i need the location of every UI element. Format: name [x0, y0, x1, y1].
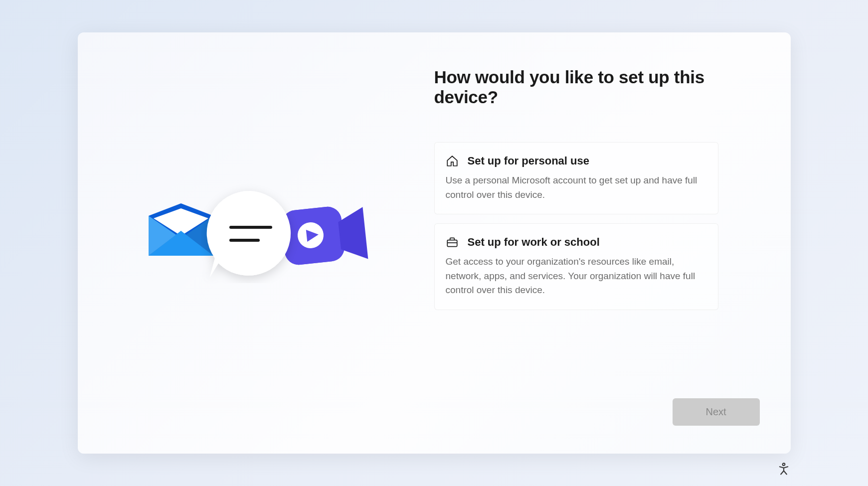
page-title: How would you like to set up this device… [434, 67, 771, 107]
option-header: Set up for work or school [446, 236, 707, 249]
next-button[interactable]: Next [673, 398, 760, 426]
speech-bubble-icon [201, 183, 301, 283]
option-work-school[interactable]: Set up for work or school Get access to … [434, 223, 718, 310]
setup-card: How would you like to set up this device… [78, 32, 791, 454]
option-description: Get access to your organization's resour… [446, 255, 707, 298]
illustration-panel [78, 32, 434, 454]
options-container: Set up for personal use Use a personal M… [434, 142, 718, 310]
accessibility-icon[interactable] [777, 462, 791, 476]
option-description: Use a personal Microsoft account to get … [446, 173, 707, 202]
content-panel: How would you like to set up this device… [434, 32, 791, 454]
setup-illustration [141, 173, 370, 313]
briefcase-icon [446, 236, 459, 249]
option-header: Set up for personal use [446, 155, 707, 167]
option-title: Set up for personal use [468, 155, 590, 167]
option-personal-use[interactable]: Set up for personal use Use a personal M… [434, 142, 718, 214]
option-title: Set up for work or school [468, 236, 600, 249]
home-icon [446, 155, 459, 167]
svg-rect-5 [447, 240, 457, 247]
svg-point-7 [783, 463, 785, 466]
